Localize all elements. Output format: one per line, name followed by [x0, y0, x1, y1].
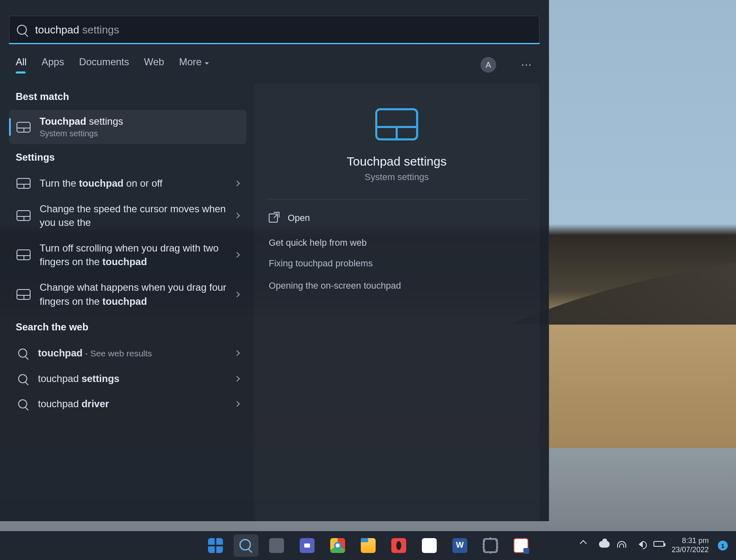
notification-badge[interactable]: 1 — [718, 541, 728, 551]
tab-all[interactable]: All — [16, 56, 27, 74]
touchpad-icon — [17, 210, 31, 221]
section-settings: Settings — [9, 144, 246, 171]
battery-icon[interactable] — [653, 541, 663, 550]
search-icon — [17, 25, 27, 35]
section-search-web: Search the web — [9, 314, 246, 340]
blank-doc-icon[interactable] — [417, 534, 442, 557]
touchpad-icon — [17, 289, 31, 300]
tab-web[interactable]: Web — [144, 56, 164, 74]
open-external-icon — [269, 214, 278, 223]
touchpad-icon — [17, 122, 31, 133]
settings-result[interactable]: Change the speed the cursor moves when y… — [9, 196, 246, 235]
settings-result-text: Turn off scrolling when you drag with tw… — [40, 241, 235, 269]
search-query-text: touchpad settings — [35, 24, 119, 36]
preview-title: Touchpad settings — [347, 154, 447, 168]
opera-app-icon[interactable] — [386, 534, 411, 557]
more-options-icon[interactable]: ⋯ — [521, 59, 533, 71]
section-best-match: Best match — [9, 83, 246, 110]
file-explorer-icon[interactable] — [356, 534, 381, 557]
help-section-title: Get quick help from web — [269, 237, 367, 248]
settings-result[interactable]: Change what happens when you drag four f… — [9, 275, 246, 314]
chevron-right-icon — [234, 252, 240, 258]
divider — [266, 199, 527, 199]
settings-result[interactable]: Turn off scrolling when you drag with tw… — [9, 235, 246, 275]
open-label: Open — [288, 213, 310, 223]
wifi-icon[interactable] — [617, 541, 626, 550]
chrome-app-icon[interactable] — [325, 534, 350, 557]
tab-more[interactable]: More — [179, 56, 209, 74]
search-icon — [18, 399, 27, 408]
tab-documents[interactable]: Documents — [79, 56, 129, 74]
chevron-right-icon — [234, 180, 240, 186]
start-button[interactable] — [203, 534, 228, 557]
taskbar-center-icons — [203, 534, 533, 557]
preview-subtitle: System settings — [364, 172, 428, 183]
settings-result[interactable]: Turn the touchpad on or off — [9, 171, 246, 196]
tray-overflow-icon[interactable] — [581, 541, 590, 550]
speaker-icon[interactable] — [635, 541, 644, 550]
settings-app-icon[interactable] — [478, 534, 503, 557]
chevron-right-icon — [234, 291, 240, 297]
taskbar: 8:31 pm 23/07/2022 1 — [0, 531, 736, 560]
search-button[interactable] — [234, 534, 258, 557]
chevron-right-icon — [234, 401, 240, 407]
chevron-right-icon — [234, 213, 240, 218]
best-match-title: Touchpad settings — [40, 116, 123, 127]
touchpad-icon — [17, 249, 31, 260]
touchpad-icon — [17, 178, 31, 189]
system-tray: 8:31 pm 23/07/2022 1 — [581, 536, 728, 554]
search-icon — [18, 349, 27, 358]
chevron-right-icon — [234, 350, 240, 356]
best-match-result[interactable]: Touchpad settings System settings — [9, 110, 246, 144]
filter-tabs: All Apps Documents Web More A ⋯ — [0, 44, 549, 74]
preview-pane: Touchpad settings System settings Open G… — [254, 83, 540, 522]
settings-result-text: Turn the touchpad on or off — [40, 176, 235, 190]
clock[interactable]: 8:31 pm 23/07/2022 — [672, 536, 709, 554]
web-result[interactable]: touchpad - See web results — [9, 340, 246, 366]
tab-apps[interactable]: Apps — [42, 56, 64, 74]
onedrive-icon[interactable] — [599, 541, 608, 550]
date-text: 23/07/2022 — [672, 546, 709, 555]
web-result[interactable]: touchpad driver — [9, 391, 246, 417]
help-link[interactable]: Opening the on-screen touchpad — [266, 275, 527, 297]
user-avatar[interactable]: A — [480, 57, 496, 73]
search-icon — [18, 374, 27, 383]
touchpad-large-icon — [375, 108, 418, 140]
settings-result-text: Change the speed the cursor moves when y… — [40, 202, 235, 230]
open-button[interactable]: Open — [266, 207, 527, 229]
chevron-right-icon — [234, 375, 240, 381]
web-result-text: touchpad - See web results — [38, 346, 235, 360]
results-left-column: Best match Touchpad settings System sett… — [9, 83, 246, 522]
time-text: 8:31 pm — [672, 536, 709, 546]
web-result[interactable]: touchpad settings — [9, 366, 246, 392]
web-result-text: touchpad driver — [38, 397, 235, 411]
teams-chat-button[interactable] — [295, 534, 319, 557]
task-view-button[interactable] — [264, 534, 289, 557]
word-app-icon[interactable] — [447, 534, 472, 557]
help-link[interactable]: Fixing touchpad problems — [266, 252, 527, 275]
search-input[interactable]: touchpad settings — [9, 16, 540, 44]
web-result-text: touchpad settings — [38, 372, 235, 386]
best-match-subtitle: System settings — [40, 129, 123, 138]
snipping-tool-icon[interactable] — [509, 534, 533, 557]
settings-result-text: Change what happens when you drag four f… — [40, 280, 235, 308]
start-search-panel: touchpad settings All Apps Documents Web… — [0, 0, 549, 521]
